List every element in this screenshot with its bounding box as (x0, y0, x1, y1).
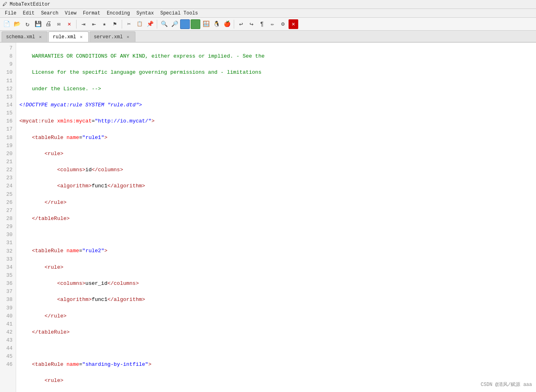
title-text: MobaTextEditor (10, 2, 50, 7)
code-line-25 (19, 344, 533, 353)
code-line-24: </tableRule> (19, 328, 533, 336)
line-num: 40 (2, 312, 12, 320)
menu-encoding[interactable]: Encoding (104, 10, 133, 17)
btn-paste[interactable]: 📌 (145, 19, 155, 29)
code-line-15: <algorithm>func1</algorithm> (19, 182, 533, 190)
tab-server-xml[interactable]: server.xml ✕ (89, 31, 135, 42)
code-line-12: <tableRule name="rule1"> (19, 134, 533, 142)
code-line-26: <tableRule name="sharding-by-intfile"> (19, 361, 533, 369)
line-num: 31 (2, 239, 12, 247)
line-num: 26 (2, 199, 12, 207)
line-numbers: 7 8 9 10 11 12 13 14 15 16 17 18 19 20 2… (0, 43, 16, 392)
btn-cut[interactable]: ✂ (124, 19, 134, 29)
line-num: 34 (2, 263, 12, 272)
line-num: 18 (2, 134, 12, 142)
line-num: 9 (2, 60, 12, 68)
btn-reload[interactable]: ↻ (23, 19, 32, 29)
line-num: 17 (2, 125, 12, 133)
btn-mac[interactable]: 🍎 (222, 19, 232, 29)
btn-edit[interactable]: ✏ (268, 19, 277, 29)
btn-indent[interactable]: ⇥ (79, 19, 88, 29)
tab-close-rule[interactable]: ✕ (79, 34, 84, 40)
code-line-21: <columns>user_id</columns> (19, 280, 533, 288)
titlebar: 🖊 MobaTextEditor (0, 0, 536, 9)
line-num: 7 (2, 44, 12, 52)
btn-redo[interactable]: ↪ (247, 19, 256, 29)
code-line-16: </rule> (19, 199, 533, 207)
tabs-bar: schema.xml ✕ rule.xml ✕ server.xml ✕ (0, 31, 536, 43)
code-line-11: <mycat:rule xmlns:mycat="http://io.mycat… (19, 117, 533, 125)
btn-flag[interactable]: ⚑ (110, 19, 120, 29)
line-num: 29 (2, 223, 12, 231)
btn-save[interactable]: 💾 (33, 19, 43, 29)
code-line-18 (19, 231, 533, 239)
btn-close-file[interactable]: ✕ (64, 19, 74, 29)
code-line-17: </tableRule> (19, 215, 533, 223)
menu-edit[interactable]: Edit (20, 10, 38, 17)
btn-bookmark[interactable]: ★ (100, 19, 109, 29)
title-icon: 🖊 (2, 1, 7, 7)
line-num: 25 (2, 191, 12, 199)
code-line-23: </rule> (19, 312, 533, 320)
tab-label: schema.xml (6, 34, 35, 40)
btn-linux[interactable]: 🐧 (212, 19, 221, 29)
menu-search[interactable]: Search (38, 10, 62, 17)
menu-file[interactable]: File (2, 10, 20, 17)
code-line-10: <!DOCTYPE mycat:rule SYSTEM "rule.dtd"> (19, 101, 533, 109)
sep1 (76, 20, 77, 29)
line-num: 41 (2, 320, 12, 328)
tab-schema-xml[interactable]: schema.xml ✕ (2, 31, 48, 42)
sep2 (122, 20, 122, 29)
line-num: 12 (2, 85, 12, 93)
line-num: 8 (2, 52, 12, 60)
btn-s2[interactable] (191, 19, 200, 29)
btn-print[interactable]: 🖨 (44, 19, 53, 29)
sep4 (234, 20, 234, 29)
line-num: 21 (2, 158, 12, 166)
code-line-7: WARRANTIES OR CONDITIONS OF ANY KIND, ei… (19, 52, 533, 60)
tab-rule-xml[interactable]: rule.xml ✕ (48, 31, 89, 42)
code-line-27: <rule> (19, 377, 533, 385)
line-num: 35 (2, 272, 12, 280)
btn-find[interactable]: 🔍 (159, 19, 169, 29)
btn-close2[interactable]: ✕ (289, 19, 298, 29)
code-line-22: <algorithm>func1</algorithm> (19, 296, 533, 304)
menu-specialtools[interactable]: Special Tools (157, 10, 202, 17)
btn-copy[interactable]: 📋 (135, 19, 144, 29)
btn-settings[interactable]: ⚙ (278, 19, 288, 29)
tab-close-server[interactable]: ✕ (125, 34, 131, 40)
code-line-20: <rule> (19, 263, 533, 272)
btn-windows[interactable]: 🪟 (201, 19, 211, 29)
btn-outdent[interactable]: ⇤ (89, 19, 99, 29)
btn-undo[interactable]: ↩ (236, 19, 246, 29)
line-num: 37 (2, 288, 12, 296)
line-num: 15 (2, 109, 12, 117)
line-num: 22 (2, 166, 12, 174)
editor: 7 8 9 10 11 12 13 14 15 16 17 18 19 20 2… (0, 43, 536, 392)
code-content[interactable]: WARRANTIES OR CONDITIONS OF ANY KIND, ei… (16, 43, 536, 392)
menu-view[interactable]: View (62, 10, 80, 17)
line-num: 14 (2, 101, 12, 109)
btn-open[interactable]: 📂 (12, 19, 22, 29)
line-num: 23 (2, 174, 12, 182)
code-line-13: <rule> (19, 150, 533, 158)
line-num: 24 (2, 182, 12, 190)
code-line-14: <columns>id</columns> (19, 166, 533, 174)
btn-findnext[interactable]: 🔎 (170, 19, 179, 29)
btn-paragraph[interactable]: ¶ (257, 19, 267, 29)
btn-email[interactable]: ✉ (54, 19, 64, 29)
code-line-9: under the License. --> (19, 85, 533, 93)
line-num: 38 (2, 296, 12, 304)
line-num: 32 (2, 247, 12, 255)
code-line-8: License for the specific language govern… (19, 68, 533, 77)
line-num: 44 (2, 344, 12, 353)
menu-syntax[interactable]: Syntax (133, 10, 157, 17)
tab-close-schema[interactable]: ✕ (37, 34, 43, 40)
toolbar: 📄 📂 ↻ 💾 🖨 ✉ ✕ ⇥ ⇤ ★ ⚑ ✂ 📋 📌 🔍 🔎 🪟 🐧 🍎 ↩ … (0, 18, 536, 31)
menu-format[interactable]: Format (80, 10, 104, 17)
line-num: 19 (2, 142, 12, 150)
sep3 (157, 20, 157, 29)
btn-new[interactable]: 📄 (2, 19, 11, 29)
line-num: 33 (2, 255, 12, 263)
btn-s1[interactable] (180, 19, 190, 29)
